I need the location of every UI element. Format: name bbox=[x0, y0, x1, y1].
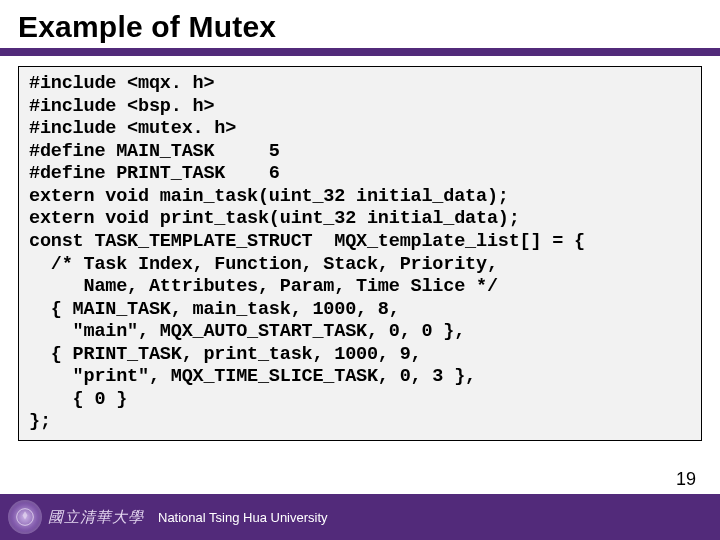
slide-title: Example of Mutex bbox=[18, 10, 702, 44]
code-listing: #include <mqx. h> #include <bsp. h> #inc… bbox=[18, 66, 702, 441]
university-name-english: National Tsing Hua University bbox=[158, 510, 328, 525]
footer-bar: 國立清華大學 National Tsing Hua University bbox=[0, 494, 720, 540]
slide: Example of Mutex #include <mqx. h> #incl… bbox=[0, 0, 720, 540]
page-number: 19 bbox=[676, 469, 696, 490]
title-underline bbox=[0, 48, 720, 56]
crest-icon bbox=[15, 507, 35, 527]
university-name-chinese: 國立清華大學 bbox=[48, 508, 144, 527]
university-emblem-icon bbox=[8, 500, 42, 534]
